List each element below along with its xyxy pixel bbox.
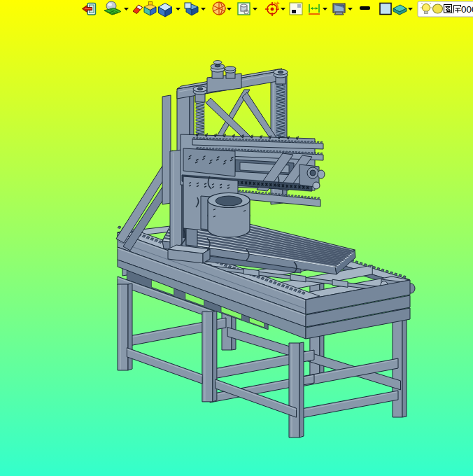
svg-text:000: 000 [461,4,473,15]
